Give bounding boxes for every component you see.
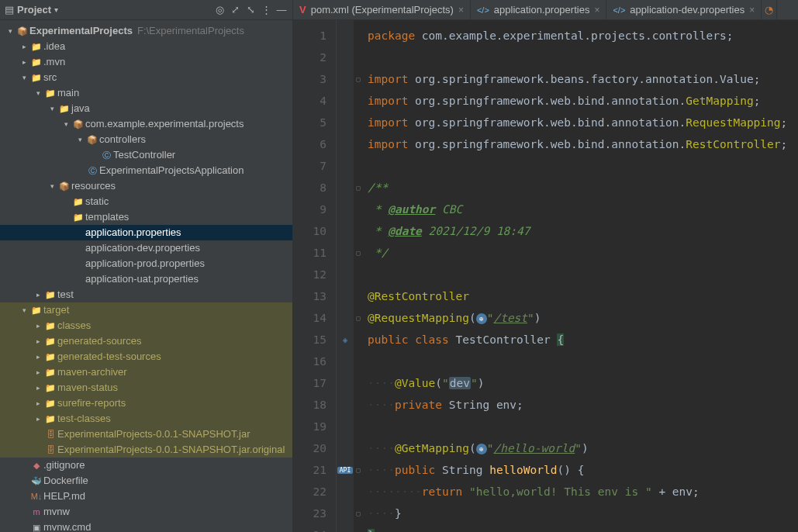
tree-node[interactable]: ▾📁target <box>0 302 292 318</box>
line-number[interactable]: 8 <box>293 177 336 199</box>
line-number[interactable]: 15 <box>293 329 336 351</box>
tree-arrow-icon[interactable]: ▾ <box>33 85 43 101</box>
tree-arrow-icon[interactable]: ▾ <box>19 302 29 318</box>
tree-arrow-icon[interactable]: ▾ <box>74 132 85 147</box>
line-number[interactable]: 13 <box>293 285 336 307</box>
tree-arrow-icon[interactable]: ▸ <box>33 396 43 411</box>
fold-icon[interactable]: ▢ <box>354 503 363 524</box>
close-icon[interactable]: × <box>749 5 755 16</box>
tree-node[interactable]: ▾📦controllers <box>0 132 292 147</box>
code-line[interactable]: import org.springframework.web.bind.anno… <box>368 90 798 112</box>
line-number[interactable]: 4 <box>293 90 336 112</box>
code-line[interactable]: @RequestMapping(⊕"/test") <box>368 307 798 329</box>
code-line[interactable]: /** <box>368 177 798 199</box>
code-line[interactable]: */ <box>368 242 798 264</box>
line-number[interactable]: 7 <box>293 155 336 177</box>
code-line[interactable]: ····} <box>368 503 798 524</box>
tree-node[interactable]: application-prod.properties <box>0 256 292 271</box>
tree-node[interactable]: 📁static <box>0 194 292 209</box>
tree-node[interactable]: ▸📁maven-archiver <box>0 364 292 380</box>
tree-node[interactable]: ▸📁.idea <box>0 39 292 54</box>
tree-node[interactable]: ▸📁generated-test-sources <box>0 349 292 364</box>
line-number[interactable]: 6 <box>293 133 336 155</box>
tree-arrow-icon[interactable]: ▸ <box>33 411 43 427</box>
code-line[interactable]: ····public String helloWorld() { <box>368 459 798 481</box>
tree-arrow-icon[interactable]: ▸ <box>19 54 29 70</box>
editor-tab[interactable]: </>application-dev.properties× <box>606 0 762 19</box>
gutter-annotation[interactable]: API <box>337 459 354 481</box>
tree-arrow-icon[interactable]: ▸ <box>33 287 43 302</box>
tree-arrow-icon[interactable]: ▸ <box>33 364 43 380</box>
code-line[interactable] <box>368 155 798 177</box>
tree-node[interactable]: ⒸExperimentalProjectsApplication <box>0 163 292 178</box>
line-number[interactable]: 22 <box>293 481 336 503</box>
line-number[interactable]: 18 <box>293 394 336 416</box>
code-line[interactable]: ····@Value("dev") <box>368 372 798 394</box>
more-icon[interactable]: ⋮ <box>258 2 274 18</box>
code-line[interactable]: public class TestController { <box>368 329 798 351</box>
tree-node[interactable]: application.properties <box>0 225 292 240</box>
code-line[interactable]: } <box>368 524 798 532</box>
tree-node[interactable]: ▾📁java <box>0 101 292 116</box>
tree-arrow-icon[interactable]: ▸ <box>33 349 43 364</box>
code-line[interactable]: ····@GetMapping(⊕"/hello-world") <box>368 437 798 459</box>
code-line[interactable]: @RestController <box>368 285 798 307</box>
tree-node[interactable]: 🐳Dockerfile <box>0 473 292 489</box>
tree-node[interactable]: mmvnw <box>0 504 292 520</box>
fold-icon[interactable]: ▢ <box>354 307 363 329</box>
line-number[interactable]: 2 <box>293 47 336 68</box>
tree-node[interactable]: ▾📦ExperimentalProjectsF:\ExperimentalPro… <box>0 23 292 39</box>
collapse-all-icon[interactable]: ⤡ <box>243 2 258 18</box>
line-number[interactable]: 21 <box>293 459 336 481</box>
line-number[interactable]: 16 <box>293 351 336 372</box>
fold-icon[interactable]: ▢ <box>354 242 363 264</box>
tree-arrow-icon[interactable]: ▸ <box>33 380 43 396</box>
hide-icon[interactable]: — <box>274 2 289 18</box>
line-number[interactable]: 24 <box>293 524 336 532</box>
tree-node[interactable]: ▸📁.mvn <box>0 54 292 70</box>
tree-node[interactable]: application-uat.properties <box>0 271 292 287</box>
code-line[interactable] <box>368 47 798 68</box>
tree-arrow-icon[interactable]: ▸ <box>33 318 43 333</box>
tree-node[interactable]: ◆.gitignore <box>0 458 292 473</box>
code-line[interactable]: ········return "hello,world! This env is… <box>368 481 798 503</box>
line-number[interactable]: 10 <box>293 220 336 242</box>
line-number[interactable]: 14 <box>293 307 336 329</box>
tree-arrow-icon[interactable]: ▾ <box>19 70 29 85</box>
close-icon[interactable]: × <box>594 5 599 16</box>
line-number[interactable]: 17 <box>293 372 336 394</box>
tree-node[interactable]: ▸📁maven-status <box>0 380 292 396</box>
code-editor[interactable]: 123456789101112131415161718192021222324 … <box>293 20 798 532</box>
tree-node[interactable]: ▸📁test <box>0 287 292 302</box>
overflow-icon[interactable]: ◔ <box>765 4 773 16</box>
code-line[interactable]: import org.springframework.web.bind.anno… <box>368 133 798 155</box>
code-line[interactable]: import org.springframework.web.bind.anno… <box>368 112 798 133</box>
tree-node[interactable]: ▣mvnw.cmd <box>0 520 292 532</box>
tree-node[interactable]: ▸📁test-classes <box>0 411 292 427</box>
close-icon[interactable]: × <box>458 5 464 16</box>
tree-node[interactable]: ▸📁classes <box>0 318 292 333</box>
tree-node[interactable]: ▾📁main <box>0 85 292 101</box>
editor-tab[interactable]: Vpom.xml (ExperimentalProjects)× <box>293 0 471 19</box>
tree-node[interactable]: ▸📁surefire-reports <box>0 396 292 411</box>
code-line[interactable]: package com.example.experimental.project… <box>368 25 798 47</box>
code-line[interactable]: import org.springframework.beans.factory… <box>368 68 798 90</box>
project-tool-title[interactable]: Project <box>17 4 51 16</box>
editor-tab[interactable]: </>application.properties× <box>471 0 607 19</box>
code-line[interactable]: * @author CBC <box>368 199 798 220</box>
project-tree[interactable]: ▾📦ExperimentalProjectsF:\ExperimentalPro… <box>0 20 293 532</box>
tree-arrow-icon[interactable]: ▾ <box>47 101 57 116</box>
line-number[interactable]: 23 <box>293 503 336 524</box>
tree-arrow-icon[interactable]: ▾ <box>47 178 57 194</box>
fold-icon[interactable]: ▢ <box>354 459 363 481</box>
code-line[interactable]: ····private String env; <box>368 394 798 416</box>
line-number[interactable]: 3 <box>293 68 336 90</box>
line-number[interactable]: 11 <box>293 242 336 264</box>
chevron-down-icon[interactable]: ▾ <box>54 5 58 14</box>
tree-node[interactable]: 🗄ExperimentalProjects-0.0.1-SNAPSHOT.jar <box>0 427 292 442</box>
tree-node[interactable]: application-dev.properties <box>0 240 292 256</box>
tree-arrow-icon[interactable]: ▸ <box>19 39 29 54</box>
line-number[interactable]: 9 <box>293 199 336 220</box>
expand-all-icon[interactable]: ⤢ <box>227 2 243 18</box>
line-number[interactable]: 12 <box>293 264 336 285</box>
